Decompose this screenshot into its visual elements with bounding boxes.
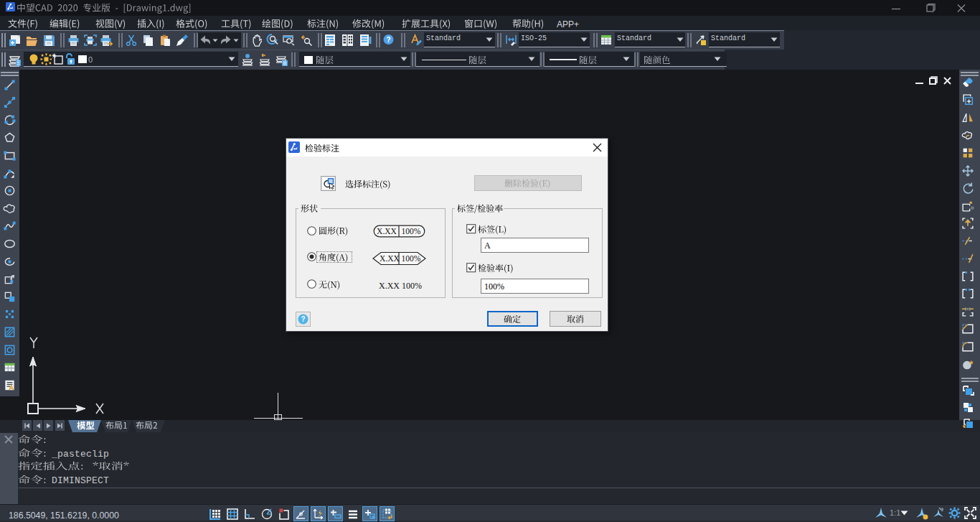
svg-text:?: ?: [386, 36, 390, 44]
svg-text:100%: 100%: [402, 227, 421, 236]
svg-text:100%: 100%: [402, 254, 421, 263]
svg-text:X.XX: X.XX: [380, 254, 400, 263]
svg-text:X.XX: X.XX: [377, 227, 397, 236]
svg-text:?: ?: [301, 315, 305, 323]
